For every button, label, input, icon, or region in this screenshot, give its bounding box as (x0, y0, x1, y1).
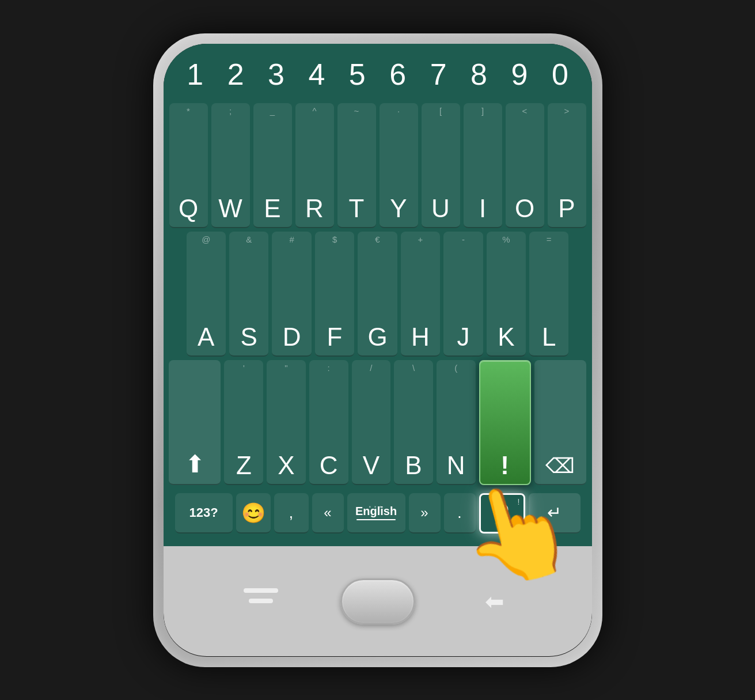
key-8[interactable]: 8 (458, 54, 499, 94)
key-t[interactable]: ~ T (337, 103, 376, 228)
key-h[interactable]: + H (401, 232, 440, 357)
emoji-key[interactable]: 😊 (236, 493, 271, 533)
space-underline (356, 519, 396, 520)
key-9[interactable]: 9 (499, 54, 540, 94)
phone-inner: 1 2 3 4 5 6 7 8 9 0 * Q (164, 44, 592, 657)
key-3[interactable]: 3 (256, 54, 296, 94)
number-row: 1 2 3 4 5 6 7 8 9 0 (164, 44, 592, 100)
backspace-key[interactable]: ⌫ (534, 360, 586, 485)
key-u[interactable]: [ U (422, 103, 460, 228)
key-s[interactable]: & S (229, 232, 268, 357)
home-button[interactable] (340, 578, 415, 625)
key-p[interactable]: > P (548, 103, 586, 228)
key-w[interactable]: ; W (211, 103, 250, 228)
key-e[interactable]: _ E (253, 103, 292, 228)
key-row-1: * Q ; W _ E ^ R (169, 103, 586, 228)
key-row-2: @ A & S # D $ F (169, 232, 586, 357)
key-d[interactable]: # D (272, 232, 311, 357)
space-key[interactable]: ... English (347, 493, 405, 533)
key-x[interactable]: " X (267, 360, 306, 485)
key-f[interactable]: $ F (315, 232, 354, 357)
key-5[interactable]: 5 (337, 54, 377, 94)
key-6[interactable]: 6 (378, 54, 418, 94)
key-1[interactable]: 1 (175, 54, 215, 94)
key-c[interactable]: : C (309, 360, 348, 485)
phone-frame: 1 2 3 4 5 6 7 8 9 0 * Q (153, 33, 602, 667)
key-b[interactable]: \ B (394, 360, 433, 485)
key-k[interactable]: % K (487, 232, 526, 357)
menu-icon (244, 588, 278, 614)
keyboard-screen: 1 2 3 4 5 6 7 8 9 0 * Q (164, 44, 592, 546)
key-y[interactable]: · Y (380, 103, 418, 228)
key-g[interactable]: € G (358, 232, 397, 357)
arrow-right-key[interactable]: » (409, 493, 441, 533)
key-i[interactable]: ] I (464, 103, 502, 228)
key-o[interactable]: < O (506, 103, 544, 228)
enter-key[interactable]: ↵ (529, 493, 581, 533)
comma-key[interactable]: , (274, 493, 309, 533)
menu-nav-button[interactable] (238, 584, 284, 619)
key-2[interactable]: 2 (215, 54, 256, 94)
keyboard-area: * Q ; W _ E ^ R (164, 100, 592, 546)
bottom-row: 123? 😊 , « ... English (169, 489, 586, 540)
key-v[interactable]: / V (352, 360, 391, 485)
key-q[interactable]: * Q (169, 103, 208, 228)
key-0[interactable]: 0 (540, 54, 580, 94)
phone-bottom-nav: ⬅ (164, 546, 592, 657)
period-key[interactable]: . (444, 493, 476, 533)
key-n[interactable]: ( N (437, 360, 476, 485)
back-nav-button[interactable]: ⬅ (472, 584, 518, 619)
key-l[interactable]: = L (529, 232, 568, 357)
key-7[interactable]: 7 (418, 54, 458, 94)
key-z[interactable]: ' Z (224, 360, 263, 485)
key-m-highlighted[interactable]: ! (479, 360, 531, 485)
arrow-left-key[interactable]: « (312, 493, 344, 533)
key-row-3: ⬆ ' Z " X : C / (169, 360, 586, 485)
key-4[interactable]: 4 (297, 54, 337, 94)
key-r[interactable]: ^ R (295, 103, 334, 228)
num-sym-key[interactable]: 123? (175, 493, 233, 533)
shift-key[interactable]: ⬆ (169, 360, 221, 485)
key-j[interactable]: - J (443, 232, 483, 357)
question-key[interactable]: ! ? (479, 493, 525, 533)
key-a[interactable]: @ A (187, 232, 226, 357)
